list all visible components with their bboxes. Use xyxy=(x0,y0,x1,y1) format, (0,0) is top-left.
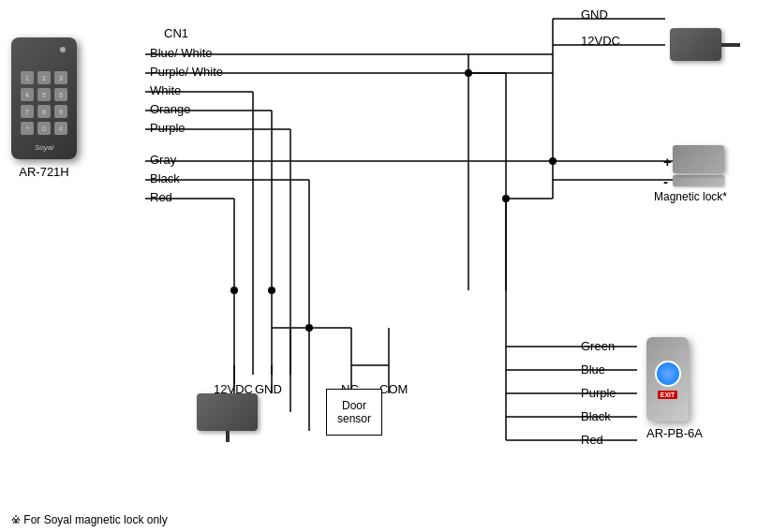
key-3: 3 xyxy=(54,71,67,84)
gnd-bottom-label: GND xyxy=(255,382,282,396)
wire-label-orange: Orange xyxy=(150,102,190,116)
wire-label-blue-white: Blue/ White xyxy=(150,46,212,60)
com-label: COM xyxy=(379,382,408,396)
keypad-device: 1 2 3 4 5 6 7 8 9 * 0 # Soyal AR-721H xyxy=(11,37,77,179)
wire-label-black: Black xyxy=(150,171,180,185)
key-5: 5 xyxy=(37,88,51,101)
door-sensor-device: Door sensor xyxy=(326,389,382,436)
power-adapter-bottom xyxy=(197,393,258,431)
key-8: 8 xyxy=(37,105,51,118)
wire-label-blue-exit: Blue xyxy=(581,362,605,377)
exit-btn-circle xyxy=(655,361,681,387)
maglock-plate xyxy=(673,175,724,186)
svg-point-41 xyxy=(305,324,313,332)
adapter-box-bottom xyxy=(197,393,258,431)
maglock-body xyxy=(673,145,724,173)
wire-label-purple-white: Purple/ White xyxy=(150,65,223,79)
diagram-container: CN1 GND 12VDC Blue/ White Purple/ White … xyxy=(0,0,772,532)
key-1: 1 xyxy=(21,71,34,84)
svg-point-36 xyxy=(465,69,472,77)
exit-button-model-label: AR-PB-6A xyxy=(646,426,703,440)
key-2: 2 xyxy=(37,71,51,84)
keypad-led xyxy=(60,47,66,52)
magnetic-lock-label: Magnetic lock* xyxy=(654,190,727,203)
keypad-grid: 1 2 3 4 5 6 7 8 9 * 0 # xyxy=(21,71,67,135)
adapter-box-top xyxy=(670,28,721,61)
wire-label-green: Green xyxy=(581,339,615,353)
magnetic-lock-device: Magnetic lock* xyxy=(673,145,746,203)
keypad-brand: Soyal xyxy=(35,143,53,152)
wiring-svg xyxy=(0,0,772,532)
wire-label-red: Red xyxy=(150,190,172,204)
minus-label: - xyxy=(663,173,668,189)
plus-label: + xyxy=(663,154,672,170)
power-adapter-top xyxy=(670,28,721,61)
key-hash: # xyxy=(54,122,67,135)
wire-label-purple: Purple xyxy=(150,121,186,135)
wire-label-black-exit: Black xyxy=(581,409,611,423)
footer-note: ※ For Soyal magnetic lock only xyxy=(11,513,168,526)
wire-label-red-exit: Red xyxy=(581,433,603,447)
exit-btn-body: EXIT xyxy=(646,337,689,421)
key-4: 4 xyxy=(21,88,34,101)
svg-point-40 xyxy=(268,287,275,294)
key-0: 0 xyxy=(37,122,51,135)
svg-point-37 xyxy=(502,195,510,202)
adapter-plug-top xyxy=(721,43,740,47)
door-sensor-label: Door sensor xyxy=(337,399,371,425)
exit-text-label: EXIT xyxy=(658,391,678,399)
key-star: * xyxy=(21,122,34,135)
wire-label-gray: Gray xyxy=(150,153,176,167)
keypad-box: 1 2 3 4 5 6 7 8 9 * 0 # Soyal xyxy=(11,37,77,159)
cn1-label: CN1 xyxy=(164,26,188,40)
svg-point-38 xyxy=(549,157,557,165)
vdc-top-label: 12VDC xyxy=(581,34,620,48)
door-sensor-box: Door sensor xyxy=(326,389,382,436)
keypad-model-label: AR-721H xyxy=(19,165,68,179)
wire-label-white: White xyxy=(150,83,181,97)
exit-button-device: EXIT AR-PB-6A xyxy=(646,337,703,440)
key-7: 7 xyxy=(21,105,34,118)
key-6: 6 xyxy=(54,88,67,101)
key-9: 9 xyxy=(54,105,67,118)
wire-label-purple-exit: Purple xyxy=(581,386,616,400)
gnd-top-label: GND xyxy=(581,7,608,22)
svg-point-39 xyxy=(230,287,238,294)
